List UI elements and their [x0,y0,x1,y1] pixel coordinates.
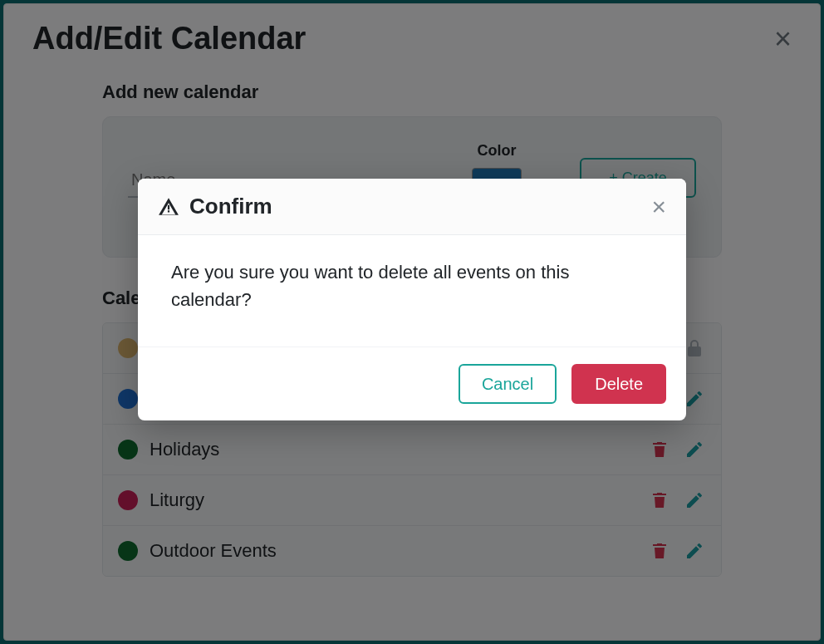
cancel-button[interactable]: Cancel [459,364,557,404]
confirm-header: Confirm × [138,179,686,235]
close-icon[interactable]: × [651,194,666,219]
warning-icon [158,196,179,218]
modal-overlay: Confirm × Are you sure you want to delet… [0,0,824,644]
confirm-message: Are you sure you want to delete all even… [138,235,686,347]
confirm-title: Confirm [189,194,272,219]
confirm-footer: Cancel Delete [138,347,686,420]
confirm-dialog: Confirm × Are you sure you want to delet… [138,179,686,420]
delete-button[interactable]: Delete [571,364,666,404]
